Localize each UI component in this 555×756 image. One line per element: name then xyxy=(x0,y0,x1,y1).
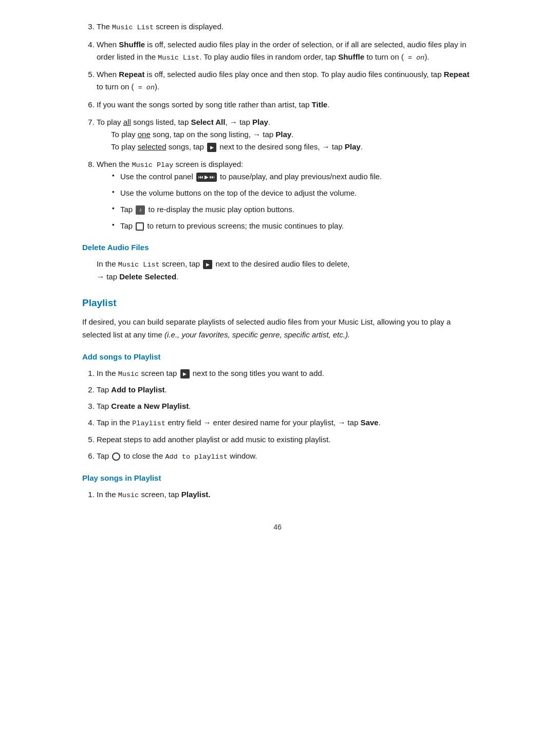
text-repeat-2: Repeat xyxy=(443,70,469,79)
text-all: all xyxy=(123,118,131,126)
text-play-3: Play xyxy=(345,142,361,151)
text-shuffle-2: Shuffle xyxy=(338,52,364,61)
playlist-section: Playlist If desired, you can build separ… xyxy=(82,295,473,501)
add-step-3: Tap Create a New Playlist. xyxy=(97,400,473,412)
text-select-all: Select All xyxy=(191,118,225,126)
mono-musiclist-2: Music List xyxy=(158,54,199,62)
mono-on-1: = on xyxy=(404,54,425,62)
circle-icon xyxy=(112,452,120,461)
rewind-icon: ⏮ xyxy=(198,173,203,181)
text-create-new-playlist: Create a New Playlist xyxy=(111,402,189,410)
add-step-1: In the Music screen tap next to the song… xyxy=(97,367,473,380)
control-panel-icon: ⏮ ▶ ⏭ xyxy=(196,173,217,182)
page-content: The Music List screen is displayed. When… xyxy=(67,0,488,564)
forward-icon: ⏭ xyxy=(210,173,215,181)
playlist-heading: Playlist xyxy=(82,295,473,311)
delete-audio-files-section: Delete Audio Files In the Music List scr… xyxy=(82,241,473,283)
sub-line-1: To play one song, tap on the song listin… xyxy=(97,130,293,139)
add-songs-section: Add songs to Playlist In the Music scree… xyxy=(82,351,473,463)
mono-music-1: Music xyxy=(118,370,139,378)
list-item-3: The Music List screen is displayed. xyxy=(97,21,473,33)
mono-add-to-playlist: Add to playlist xyxy=(165,453,228,461)
text-shuffle: Shuffle xyxy=(119,40,145,49)
add-step-6: Tap to close the Add to playlist window. xyxy=(97,450,473,463)
add-step-5: Repeat steps to add another playlist or … xyxy=(97,433,473,446)
main-numbered-list: The Music List screen is displayed. When… xyxy=(82,21,473,232)
arrow-1: → xyxy=(230,118,237,126)
text-title: Title xyxy=(312,100,328,109)
mono-on-2: = on xyxy=(134,84,155,91)
arrow-6: → xyxy=(338,418,345,427)
bullet-item-2: Use the volume buttons on the top of the… xyxy=(112,187,473,199)
square-icon xyxy=(136,222,144,231)
bullet-item-3: Tap to re-display the music play option … xyxy=(112,203,473,216)
play-songs-list: In the Music screen, tap Playlist. xyxy=(82,488,473,501)
text-repeat: Repeat xyxy=(119,70,144,79)
play-songs-heading: Play songs in Playlist xyxy=(82,472,473,484)
italic-text: (i.e., your favorites, specific genre, s… xyxy=(164,330,350,339)
arrow-3: → xyxy=(322,142,330,151)
bullet-list-8: Use the control panel ⏮ ▶ ⏭ to pause/pla… xyxy=(97,171,473,232)
mono-music-2: Music xyxy=(118,492,139,499)
text-one: one xyxy=(138,130,151,139)
add-songs-heading: Add songs to Playlist xyxy=(82,351,473,363)
select-icon xyxy=(207,143,216,152)
add-step-4: Tap in the Playlist entry field → enter … xyxy=(97,417,473,429)
mono-playlist: Playlist xyxy=(132,420,165,427)
select-icon-delete xyxy=(203,260,212,269)
mono-musicplay: Music Play xyxy=(132,161,173,169)
arrow-2: → xyxy=(253,130,261,139)
list-item-8: When the Music Play screen is displayed:… xyxy=(97,158,473,233)
music-note-icon xyxy=(136,205,145,215)
list-item-4: When Shuffle is off, selected audio file… xyxy=(97,39,473,64)
play-step-1: In the Music screen, tap Playlist. xyxy=(97,488,473,501)
text-selected: selected xyxy=(138,142,166,151)
bullet-item-4: Tap to return to previous screens; the m… xyxy=(112,220,473,232)
text-play-1: Play xyxy=(252,118,268,126)
mono-musiclist-3: Music List xyxy=(118,261,160,269)
arrow-5: → xyxy=(203,418,211,427)
add-step-2: Tap Add to Playlist. xyxy=(97,384,473,396)
arrow-4: → xyxy=(97,272,104,281)
text-playlist-bold: Playlist. xyxy=(181,490,211,499)
list-item-6: If you want the songs sorted by song tit… xyxy=(97,99,473,111)
list-item-5: When Repeat is off, selected audio files… xyxy=(97,68,473,93)
sub-line-2: To play selected songs, tap next to the … xyxy=(97,142,363,151)
monospace-musiclist: Music List xyxy=(112,24,154,31)
delete-audio-files-heading: Delete Audio Files xyxy=(82,241,473,254)
page-number: 46 xyxy=(82,521,473,533)
text-delete-selected: Delete Selected xyxy=(119,272,176,281)
list-item-7: To play all songs listed, tap Select All… xyxy=(97,116,473,153)
play-songs-section: Play songs in Playlist In the Music scre… xyxy=(82,472,473,501)
text-play-2: Play xyxy=(275,130,291,139)
text-add-to-playlist: Add to Playlist xyxy=(111,385,164,394)
text-save: Save xyxy=(360,418,378,427)
bullet-item-1: Use the control panel ⏮ ▶ ⏭ to pause/pla… xyxy=(112,171,473,183)
select-icon-add xyxy=(180,369,190,379)
playlist-intro-text: If desired, you can build separate playl… xyxy=(82,316,473,342)
add-songs-list: In the Music screen tap next to the song… xyxy=(82,367,473,463)
delete-audio-files-text: In the Music List screen, tap next to th… xyxy=(97,258,473,283)
play-icon: ▶ xyxy=(205,173,209,181)
